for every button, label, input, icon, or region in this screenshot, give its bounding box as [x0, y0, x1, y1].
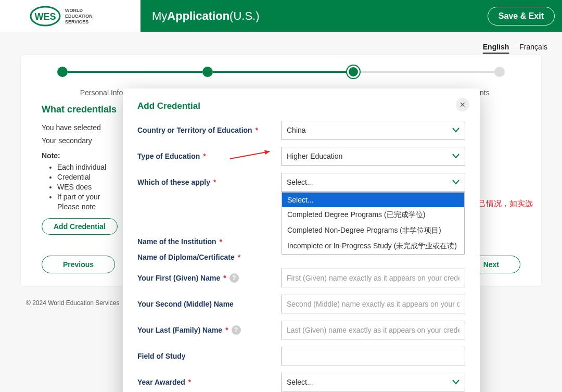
lang-french[interactable]: Français	[519, 43, 547, 51]
intro-1a: You have selected	[42, 123, 101, 132]
dd-item-select[interactable]: Select...	[282, 193, 464, 207]
dd-item-completed-degree[interactable]: Completed Degree Programs (已完成学位)	[282, 207, 464, 223]
select-type[interactable]: Higher Education	[281, 147, 465, 166]
modal-close-button[interactable]: ✕	[456, 98, 469, 111]
dd-item-completed-nondegree[interactable]: Completed Non-Degree Programs (非学位项目)	[282, 223, 464, 238]
save-exit-button[interactable]: Save & Exit	[488, 7, 555, 26]
step-dot-2[interactable]	[202, 67, 213, 77]
select-which[interactable]: Select... Select... Completed Degree Pro…	[281, 173, 465, 192]
help-icon[interactable]: ?	[229, 273, 239, 283]
svg-text:WORLD: WORLD	[65, 8, 83, 13]
help-icon[interactable]: ?	[232, 325, 241, 335]
chevron-down-icon	[452, 180, 459, 185]
language-bar: English Français	[0, 32, 562, 55]
select-country[interactable]: China	[281, 121, 465, 140]
label-institution: Name of the Institution*	[137, 237, 281, 246]
title-prefix: My	[152, 9, 167, 23]
select-country-value: China	[287, 126, 306, 134]
svg-marker-6	[264, 150, 270, 155]
chevron-down-icon	[452, 380, 459, 385]
add-credential-button[interactable]: Add Credential	[42, 218, 118, 235]
lang-english[interactable]: English	[483, 43, 509, 51]
label-last-name: Your Last (Family) Name* ?	[137, 325, 281, 335]
select-type-value: Higher Education	[287, 152, 342, 160]
label-country: Country or Territory of Education*	[137, 126, 281, 134]
chevron-down-icon	[452, 154, 459, 159]
svg-text:SERVICES: SERVICES	[65, 19, 88, 24]
input-field-study[interactable]	[281, 347, 465, 365]
previous-button[interactable]: Previous	[42, 256, 115, 273]
add-credential-modal: ✕ Add Credential Country or Territory of…	[123, 88, 480, 392]
title-bold: Application	[167, 9, 229, 23]
input-middle-name[interactable]	[281, 295, 465, 313]
logo: WES WORLD EDUCATION SERVICES	[0, 0, 140, 32]
modal-title: Add Credential	[137, 101, 465, 111]
svg-line-5	[230, 151, 270, 159]
app-header: WES WORLD EDUCATION SERVICES My Applicat…	[0, 0, 562, 32]
svg-text:WES: WES	[34, 11, 56, 22]
save-exit-wrap: Save & Exit	[488, 0, 562, 32]
step-dot-1[interactable]	[57, 67, 68, 77]
stepper	[57, 66, 505, 78]
dd-item-incomplete[interactable]: Incomplete or In-Progress Study (未完成学业或在…	[282, 238, 464, 254]
label-first-name: Your First (Given) Name* ?	[137, 273, 281, 283]
label-year-awarded: Year Awarded*	[137, 378, 281, 386]
select-year-awarded[interactable]: Select...	[281, 373, 465, 391]
annotation-arrow	[229, 148, 276, 164]
label-which: Which of these apply*	[137, 178, 281, 186]
label-middle-name: Your Second (Middle) Name	[137, 300, 281, 308]
title-suffix: (U.S.)	[229, 9, 259, 23]
select-which-value: Select...	[287, 178, 313, 186]
input-last-name[interactable]	[281, 321, 465, 339]
page-title: My Application (U.S.)	[140, 0, 488, 32]
close-icon: ✕	[459, 100, 466, 109]
step-bar-3	[360, 71, 494, 73]
step-dot-4[interactable]	[494, 67, 505, 77]
select-year-value: Select...	[287, 378, 313, 386]
label-field-study: Field of Study	[137, 352, 281, 360]
step-dot-3[interactable]	[347, 66, 360, 78]
label-diploma: Name of Diploma/Certificate*	[137, 253, 281, 261]
step-bar-1	[68, 71, 202, 73]
step-bar-2	[213, 71, 348, 73]
which-dropdown-panel: Select... Completed Degree Programs (已完成…	[282, 192, 465, 255]
svg-text:EDUCATION: EDUCATION	[65, 14, 93, 19]
input-first-name[interactable]	[281, 269, 465, 287]
chevron-down-icon	[452, 128, 459, 133]
